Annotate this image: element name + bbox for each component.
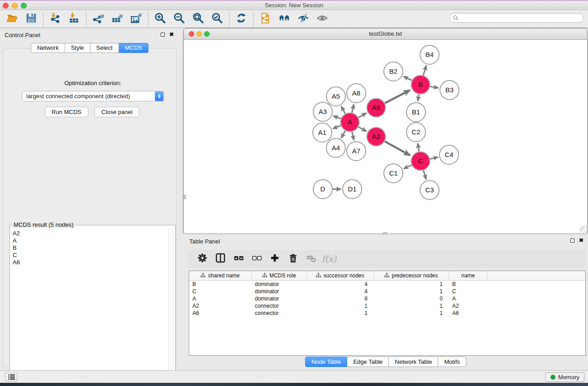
edge-C-C1[interactable] xyxy=(404,165,412,169)
edge-B-B1[interactable] xyxy=(418,94,419,101)
table-cell[interactable] xyxy=(488,310,585,317)
table-cell[interactable]: 1 xyxy=(374,302,449,310)
node-D[interactable]: D xyxy=(313,180,332,199)
export-table-button[interactable] xyxy=(108,11,127,27)
node-C2[interactable]: C2 xyxy=(406,123,425,142)
node-C[interactable]: C xyxy=(411,152,430,171)
node-C1[interactable]: C1 xyxy=(384,164,403,183)
edge-B-B3[interactable] xyxy=(430,86,438,88)
zoom-out-button[interactable] xyxy=(170,11,189,27)
table-row[interactable]: Adominator80A xyxy=(189,295,585,302)
table-cell[interactable]: 8 xyxy=(307,295,374,302)
table-cell[interactable]: 4 xyxy=(307,281,374,288)
refresh-layout-button[interactable] xyxy=(232,11,251,27)
mcds-result-item[interactable]: B xyxy=(13,244,168,252)
edge-A-A6[interactable] xyxy=(359,113,367,118)
close-window-button[interactable] xyxy=(3,3,9,9)
zoom-selected-button[interactable] xyxy=(208,11,227,27)
node-C3[interactable]: C3 xyxy=(420,181,439,200)
node-B4[interactable]: B4 xyxy=(420,45,439,64)
network-window-titlebar[interactable]: testGlobe.txt xyxy=(184,29,587,40)
table-cell[interactable]: 1 xyxy=(374,310,449,317)
zoom-network-window-button[interactable] xyxy=(204,31,210,37)
table-cell[interactable]: dominator xyxy=(252,288,307,295)
new-network-from-selection-button[interactable] xyxy=(256,11,275,27)
table-row[interactable]: A2connector11A2 xyxy=(189,302,585,310)
node-B[interactable]: B xyxy=(411,76,430,94)
toggle-columns-button[interactable] xyxy=(212,251,229,267)
search-box[interactable] xyxy=(449,13,583,23)
table-cell[interactable]: B xyxy=(189,281,252,288)
table-row[interactable]: Bdominator41B xyxy=(189,281,585,288)
table-cell[interactable]: B xyxy=(449,281,488,288)
edge-A2-C[interactable] xyxy=(385,141,410,155)
node-A5[interactable]: A5 xyxy=(326,87,345,106)
optimization-criterion-select[interactable]: largest connected component (directed) xyxy=(22,91,164,101)
node-A[interactable]: A xyxy=(341,113,359,132)
tab-motifs[interactable]: Motifs xyxy=(438,357,466,367)
edge-B-B4[interactable] xyxy=(423,66,426,76)
column-header-successor-nodes[interactable]: successor nodes xyxy=(307,271,374,280)
first-neighbors-button[interactable] xyxy=(275,11,294,27)
tab-edge-table[interactable]: Edge Table xyxy=(347,357,389,367)
node-B3[interactable]: B3 xyxy=(440,81,459,100)
mcds-result-item[interactable]: A xyxy=(13,237,168,244)
table-cell[interactable]: A xyxy=(189,295,252,302)
edge-A-A1[interactable] xyxy=(333,126,341,129)
minimize-network-window-button[interactable] xyxy=(196,31,202,37)
export-image-button[interactable] xyxy=(127,11,146,27)
table-cell[interactable]: A6 xyxy=(189,310,252,317)
node-A6[interactable]: A6 xyxy=(367,99,386,117)
table-row[interactable]: A6connector11A6 xyxy=(189,310,585,317)
table-cell[interactable]: dominator xyxy=(252,281,307,288)
create-column-button[interactable] xyxy=(267,251,283,267)
deselect-all-rows-button[interactable] xyxy=(249,251,265,267)
node-C4[interactable]: C4 xyxy=(440,145,459,164)
mcds-result-item[interactable]: A6 xyxy=(13,259,168,266)
edge-A6-B[interactable] xyxy=(385,90,410,103)
table-cell[interactable]: 1 xyxy=(374,281,449,288)
node-A3[interactable]: A3 xyxy=(313,102,332,121)
table-cell[interactable] xyxy=(488,295,585,302)
tab-network-table[interactable]: Network Table xyxy=(389,357,438,367)
table-cell[interactable]: A2 xyxy=(189,302,252,310)
edge-A-A5[interactable] xyxy=(341,106,345,114)
table-settings-button[interactable] xyxy=(194,251,210,267)
column-header-name[interactable]: name xyxy=(449,271,488,280)
task-history-button[interactable] xyxy=(5,373,17,381)
table-cell[interactable]: 0 xyxy=(374,295,449,302)
table-cell[interactable]: A2 xyxy=(449,302,488,310)
tab-mcds[interactable]: MCDS xyxy=(119,43,148,53)
table-cell[interactable]: 4 xyxy=(307,288,374,295)
column-header-shared-name[interactable]: shared name xyxy=(189,271,252,280)
delete-column-button[interactable] xyxy=(285,251,301,267)
table-cell[interactable]: dominator xyxy=(252,295,307,302)
vertical-scroll-nub[interactable] xyxy=(184,195,186,199)
table-cell[interactable]: 1 xyxy=(374,288,449,295)
mcds-result-item[interactable]: A2 xyxy=(13,230,168,237)
edge-A-A8[interactable] xyxy=(352,104,354,113)
float-table-panel-icon[interactable] xyxy=(570,238,574,243)
table-cell[interactable]: 1 xyxy=(307,310,374,317)
edge-A-A4[interactable] xyxy=(341,131,345,138)
run-mcds-button[interactable]: Run MCDS xyxy=(45,107,88,117)
window-resize-handle[interactable] xyxy=(580,226,587,233)
import-network-button[interactable] xyxy=(46,11,65,27)
export-network-button[interactable] xyxy=(89,11,108,27)
node-A4[interactable]: A4 xyxy=(326,138,345,157)
edge-A-A3[interactable] xyxy=(333,116,341,119)
close-panel-button[interactable]: Close panel xyxy=(95,107,139,117)
function-builder-button[interactable]: f(x) xyxy=(321,251,337,267)
open-file-button[interactable] xyxy=(3,11,22,27)
node-A7[interactable]: A7 xyxy=(347,142,366,161)
zoom-fit-button[interactable] xyxy=(189,11,208,27)
select-all-rows-button[interactable] xyxy=(230,251,247,267)
import-table-button[interactable] xyxy=(65,11,84,27)
node-B2[interactable]: B2 xyxy=(384,62,403,81)
node-A2[interactable]: A2 xyxy=(367,128,386,146)
tab-select[interactable]: Select xyxy=(91,43,119,53)
zoom-window-button[interactable] xyxy=(21,3,27,9)
node-B1[interactable]: B1 xyxy=(406,103,425,122)
table-cell[interactable]: 1 xyxy=(307,302,374,310)
minimize-window-button[interactable] xyxy=(12,3,18,9)
